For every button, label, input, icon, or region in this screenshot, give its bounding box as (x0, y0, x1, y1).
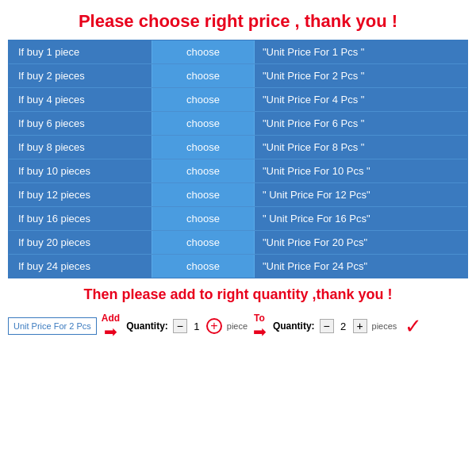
to-label: To (254, 313, 265, 324)
header-title: Please choose right price , thank you ! (0, 0, 476, 40)
row-mid-4[interactable]: choose (152, 136, 255, 159)
row-right-4: "Unit Price For 8 Pcs " (255, 136, 467, 159)
row-mid-2[interactable]: choose (152, 88, 255, 111)
qty-control-1: − 1 + (173, 318, 222, 334)
row-right-6: " Unit Price For 12 Pcs" (255, 183, 467, 206)
table-row: If buy 10 pieceschoose"Unit Price For 10… (9, 159, 467, 183)
row-right-0: "Unit Price For 1 Pcs " (255, 40, 467, 63)
row-left-8: If buy 20 pieces (9, 231, 152, 254)
table-row: If buy 4 pieceschoose"Unit Price For 4 P… (9, 88, 467, 112)
table-row: If buy 6 pieceschoose"Unit Price For 6 P… (9, 112, 467, 136)
quantity-label-1: Quantity: (126, 321, 168, 332)
row-mid-7[interactable]: choose (152, 207, 255, 230)
row-mid-8[interactable]: choose (152, 231, 255, 254)
row-left-5: If buy 10 pieces (9, 159, 152, 182)
table-row: If buy 2 pieceschoose"Unit Price For 2 P… (9, 64, 467, 88)
table-row: If buy 1 piecechoose"Unit Price For 1 Pc… (9, 40, 467, 64)
qty-control-2: − 2 + (320, 319, 367, 333)
table-row: If buy 24 pieceschoose"Unit Price For 24… (9, 255, 467, 278)
quantity-label-2: Quantity: (273, 321, 315, 332)
row-right-2: "Unit Price For 4 Pcs " (255, 88, 467, 111)
table-row: If buy 8 pieceschoose"Unit Price For 8 P… (9, 136, 467, 159)
arrow-right-2: ➡ (253, 324, 267, 340)
bottom-bar: Unit Price For 2 Pcs Add ➡ Quantity: − 1… (0, 308, 476, 344)
unit-price-box: Unit Price For 2 Pcs (8, 317, 97, 335)
pieces-label-2: pieces (372, 321, 397, 331)
table-row: If buy 16 pieceschoose" Unit Price For 1… (9, 207, 467, 231)
qty2-minus-button[interactable]: − (320, 319, 334, 333)
row-right-8: "Unit Price For 20 Pcs" (255, 231, 467, 254)
piece-label-1: piece (227, 321, 248, 331)
row-right-9: "Unit Price For 24 Pcs" (255, 255, 467, 278)
row-mid-6[interactable]: choose (152, 183, 255, 206)
row-left-6: If buy 12 pieces (9, 183, 152, 206)
row-left-7: If buy 16 pieces (9, 207, 152, 230)
row-right-5: "Unit Price For 10 Pcs " (255, 159, 467, 182)
row-mid-3[interactable]: choose (152, 112, 255, 135)
row-left-4: If buy 8 pieces (9, 136, 152, 159)
row-left-0: If buy 1 piece (9, 40, 152, 63)
row-mid-5[interactable]: choose (152, 159, 255, 182)
row-right-3: "Unit Price For 6 Pcs " (255, 112, 467, 135)
qty1-value: 1 (190, 321, 204, 332)
row-mid-1[interactable]: choose (152, 64, 255, 87)
row-mid-9[interactable]: choose (152, 255, 255, 278)
table-row: If buy 12 pieceschoose" Unit Price For 1… (9, 183, 467, 207)
qty2-plus-button[interactable]: + (353, 319, 367, 333)
row-right-1: "Unit Price For 2 Pcs " (255, 64, 467, 87)
row-left-9: If buy 24 pieces (9, 255, 152, 278)
row-left-1: If buy 2 pieces (9, 64, 152, 87)
row-mid-0[interactable]: choose (152, 40, 255, 63)
footer-title: Then please add to right quantity ,thank… (0, 278, 476, 308)
arrow-right-1: ➡ (104, 324, 117, 340)
qty1-minus-button[interactable]: − (173, 319, 187, 333)
row-left-2: If buy 4 pieces (9, 88, 152, 111)
qty2-value: 2 (336, 321, 351, 332)
row-left-3: If buy 6 pieces (9, 112, 152, 135)
price-table: If buy 1 piecechoose"Unit Price For 1 Pc… (8, 40, 468, 278)
row-right-7: " Unit Price For 16 Pcs" (255, 207, 467, 230)
add-label: Add (102, 313, 120, 324)
table-row: If buy 20 pieceschoose"Unit Price For 20… (9, 231, 467, 255)
qty1-plus-button[interactable]: + (206, 318, 222, 334)
checkmark-icon: ✓ (405, 314, 422, 339)
